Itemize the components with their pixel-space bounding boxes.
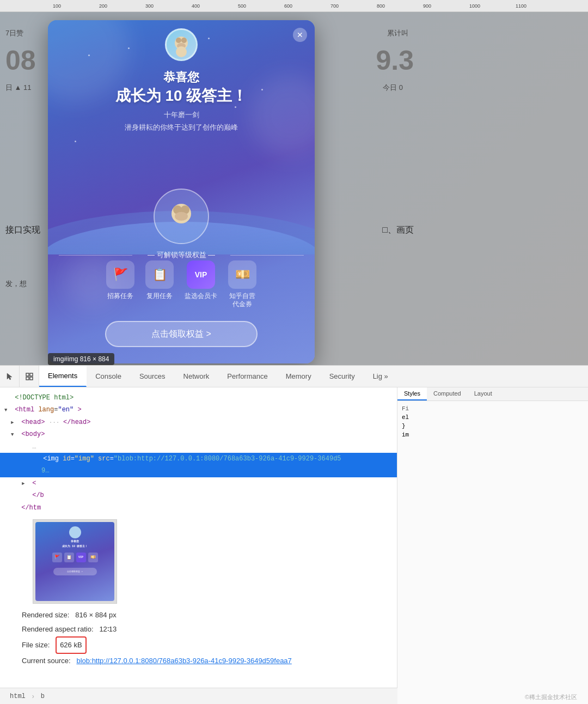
tab-elements-label: Elements [48,372,77,380]
devtools-bottom-bar: html › b [0,688,397,704]
br-tag: < [32,480,36,487]
body-dots-line: … [0,441,397,453]
body-open-line[interactable]: <body> [0,428,397,440]
html-close-line[interactable]: </htm [0,502,397,514]
devtools-panel: Elements Console Sources Network Perform… [0,365,588,704]
triangle-head [11,419,17,427]
tab-more[interactable]: Lig » [364,366,397,387]
benefit-icon-vip: VIP [187,260,215,289]
body-ellipsis: … [32,443,36,451]
body-close-line[interactable]: </b [0,489,397,501]
preview-cta-text: 点击领取权益 > [67,570,83,574]
tab-performance-label: Performance [227,372,267,380]
html-tag-close-bracket: > [77,406,81,414]
tab-performance[interactable]: Performance [218,366,277,387]
modal-desc2: 潜身耕耘的你终于达到了创作的巅峰 [48,123,315,132]
preview-title: 恭喜您 [71,539,79,544]
right-tab-layout[interactable]: Layout [468,387,499,400]
tab-network[interactable]: Network [175,366,219,387]
current-source-label: Current source: [22,657,71,665]
modal-cta-button[interactable]: 点击领取权益 > [105,321,258,347]
webpage-area: 7日赞 08 日 ▲ 11 接口实现 发，想 累计叫 9.3 今日 0 □、画页 [0,12,588,365]
benefit-label-coupon: 知乎自营代金券 [229,292,255,309]
current-source-row: Current source: blob:http://127.0.0.1:80… [22,654,397,668]
right-tab-styles[interactable]: Styles [397,387,427,400]
modal-popup: 恭喜您 成长为 10 级答主！ 十年磨一剑 潜身耕耘的你终于达到了创作的巅峰 [48,20,315,363]
filesize-value: 626 kB [56,636,86,654]
inspect-icon [25,372,34,381]
ruler-tick-300: 300 [145,3,154,9]
ruler-tick-700: 700 [330,3,339,9]
modal-hill [48,184,315,254]
triangle-body [11,431,17,439]
benefit-icon-recruit: 🚩 [106,260,134,289]
head-tag: <head> [21,418,45,426]
unlock-line-left [59,255,132,256]
devtools-html-tree[interactable]: <!DOCTYPE html> <html lang="en" > <head>… [0,387,397,704]
ruler-tick-900: 900 [423,3,431,9]
head-collapsed-line[interactable]: <head> ··· </head> [0,416,397,428]
tab-console[interactable]: Console [87,366,131,387]
bottom-bar-html[interactable]: html [5,693,30,700]
html-tag-line[interactable]: <html lang="en" > [0,404,397,416]
preview-benefit-1: 🚩 [52,553,62,562]
right-tab-bar: Styles Computed Layout [397,387,588,401]
img-tag-line[interactable]: <img id="img" src="blob:http://127.0.0.1… [0,453,397,465]
br-collapsed-line[interactable]: < [0,477,397,489]
img-tag-text: <img id="img" src="blob:http://127.0.0.1… [43,455,341,463]
preview-benefit-4: 💴 [88,553,98,562]
preview-cta: 点击领取权益 > [53,568,97,575]
modal-close-button[interactable]: ✕ [293,28,307,42]
aspect-ratio-label: Rendered aspect ratio: [22,625,94,633]
tab-elements[interactable]: Elements [39,366,87,387]
devtools-right-panel: Styles Computed Layout Fi el } im [397,387,588,704]
watermark: ©稀土掘金技术社区 [525,693,577,701]
ruler-tick-1100: 1100 [516,3,526,9]
filesize-label: File size: [22,641,50,649]
html-open-tag: <html [15,406,34,414]
triangle-br [22,480,28,488]
svg-point-2 [176,38,181,43]
right-selector: el [402,414,584,421]
devtools-tabbar: Elements Console Sources Network Perform… [0,366,588,387]
star [88,54,90,56]
current-source-value[interactable]: blob:http://127.0.0.1:8080/768a63b3-926a… [76,657,291,665]
benefit-coupon: 💴 知乎自营代金券 [228,260,256,309]
tab-security[interactable]: Security [321,366,364,387]
tab-memory[interactable]: Memory [277,366,321,387]
inspect-icon-btn[interactable] [20,366,39,387]
modal-desc: 十年磨一剑 [48,110,315,120]
svg-rect-15 [26,377,29,380]
right-tab-computed[interactable]: Computed [427,387,468,400]
rendered-size-value: 816 × 884 px [75,611,117,619]
tab-network-label: Network [183,372,210,380]
modal-avatar [165,28,198,61]
tab-sources[interactable]: Sources [131,366,175,387]
img-src-cont: 9… [33,467,49,475]
benefit-label-vip: 盐选会员卡 [185,292,217,301]
svg-point-3 [181,38,187,43]
preview-benefit-3: VIP [76,553,86,562]
rendered-size-row: Rendered size: 816 × 884 px [22,608,397,622]
benefit-reuse: 📋 复用任务 [145,260,174,309]
ruler: 100 200 300 400 500 600 700 800 900 1000… [0,0,588,12]
bottom-bar-body[interactable]: b [36,693,49,700]
modal-cta-label: 点击领取权益 > [151,329,211,340]
star [75,141,76,142]
modal-benefits: 🚩 招募任务 📋 复用任务 VIP 盐选会员卡 💴 知乎自营代金券 [48,260,315,309]
modal-title: 恭喜您 [48,69,315,86]
html-close-tag: </htm [21,504,41,512]
modal-inner: 恭喜您 成长为 10 级答主！ 十年磨一剑 潜身耕耘的你终于达到了创作的巅峰 [48,20,315,363]
img-tooltip-text: img#img 816 × 884 [53,355,109,363]
img-tag-continuation[interactable]: 9… [0,465,397,477]
cursor-icon-btn[interactable] [0,366,20,387]
benefit-recruit: 🚩 招募任务 [106,260,134,309]
filesize-row: File size: 626 kB [22,636,397,654]
body-tag: <body> [21,430,45,438]
ruler-tick-100: 100 [53,3,61,9]
bottom-bar-separator: › [30,693,36,700]
tab-sources-label: Sources [139,372,166,380]
benefit-label-reuse: 复用任务 [146,292,173,301]
svg-rect-16 [30,377,33,380]
img-info-panel: Rendered size: 816 × 884 px Rendered asp… [22,608,397,668]
